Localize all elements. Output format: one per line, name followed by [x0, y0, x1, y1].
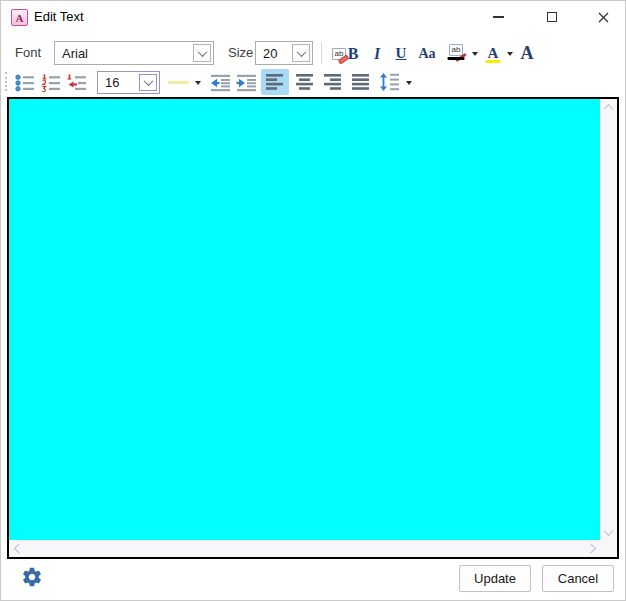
indent-size-combobox[interactable]: 16 — [97, 71, 160, 94]
bold-button[interactable]: B — [341, 42, 365, 65]
chevron-up-icon — [604, 103, 614, 113]
justify-icon — [352, 73, 370, 91]
bullet-list-button[interactable] — [12, 70, 38, 95]
chevron-down-icon — [507, 52, 513, 56]
font-size-combobox[interactable]: 20 — [255, 41, 313, 65]
indent-size-dropdown[interactable] — [139, 74, 157, 91]
align-right-icon — [324, 73, 342, 91]
minimize-icon — [493, 16, 504, 18]
chevron-down-icon — [406, 81, 412, 85]
horizontal-scrollbar[interactable] — [9, 540, 600, 557]
chevron-down-icon — [472, 52, 478, 56]
toolbar-grip[interactable] — [5, 72, 7, 91]
font-dialog-icon: A — [521, 43, 534, 64]
italic-icon: I — [374, 45, 380, 63]
page-title: Edit Text — [34, 1, 84, 33]
font-color-swatch — [486, 60, 501, 63]
maximize-button[interactable] — [536, 1, 568, 33]
vertical-scrollbar[interactable] — [600, 99, 617, 540]
scroll-right-button[interactable] — [584, 540, 600, 557]
highlight-swatch — [448, 57, 465, 60]
line-spacing-icon — [380, 73, 400, 91]
font-color-dropdown[interactable] — [504, 42, 515, 65]
highlight-color-button[interactable]: ab — [443, 40, 469, 66]
increase-indent-icon — [236, 74, 257, 92]
decrease-indent-button[interactable] — [208, 70, 233, 95]
chevron-down-icon — [195, 81, 201, 85]
highlight-color-icon: ab — [447, 44, 465, 62]
chevron-left-icon — [13, 544, 23, 554]
align-center-icon — [296, 73, 314, 91]
font-family-combobox[interactable]: Arial — [54, 41, 214, 65]
close-button[interactable] — [587, 1, 619, 33]
highlight-color-dropdown[interactable] — [469, 42, 480, 65]
scroll-left-button[interactable] — [9, 540, 25, 557]
settings-gear-button[interactable] — [19, 564, 45, 590]
font-color-icon: A — [485, 44, 501, 63]
bullet-list-icon — [15, 74, 35, 92]
line-spacing-button[interactable] — [377, 69, 403, 95]
font-label: Font — [15, 41, 41, 65]
align-center-button[interactable] — [291, 69, 319, 95]
close-icon — [598, 12, 609, 23]
change-case-button[interactable]: Aa — [413, 42, 441, 65]
toolbar-separator — [321, 42, 322, 64]
justify-button[interactable] — [347, 69, 375, 95]
font-color-glyph: A — [488, 45, 499, 61]
minimize-button[interactable] — [482, 1, 514, 33]
chevron-down-icon — [296, 47, 306, 57]
font-size-dropdown[interactable] — [292, 44, 310, 62]
font-dialog-button[interactable]: A — [515, 41, 539, 65]
align-right-button[interactable] — [319, 69, 347, 95]
line-color-swatch — [168, 81, 189, 84]
font-family-dropdown[interactable] — [193, 44, 211, 62]
underline-icon: U — [396, 45, 407, 62]
chevron-right-icon — [586, 544, 596, 554]
font-color-button[interactable]: A — [482, 40, 504, 66]
underline-button[interactable]: U — [389, 42, 413, 65]
list-level-button[interactable] — [64, 70, 90, 95]
edit-text-dialog: A Edit Text Font Arial Size 20 ab — [0, 0, 626, 601]
line-color-dropdown[interactable] — [192, 70, 203, 95]
line-color-button[interactable] — [164, 70, 192, 95]
line-spacing-dropdown[interactable] — [403, 70, 414, 95]
italic-button[interactable]: I — [365, 42, 389, 65]
chevron-down-icon — [197, 47, 207, 57]
list-level-icon — [66, 74, 88, 92]
numbered-list-button[interactable] — [38, 70, 64, 95]
app-icon: A — [11, 9, 28, 26]
chevron-down-icon — [143, 76, 153, 86]
maximize-icon — [547, 12, 557, 22]
app-icon-letter: A — [16, 12, 24, 24]
increase-indent-button[interactable] — [234, 70, 259, 95]
scroll-down-button[interactable] — [600, 524, 617, 540]
decrease-indent-icon — [210, 74, 231, 92]
scrollbar-corner — [600, 540, 617, 557]
text-editor-frame — [7, 97, 619, 559]
highlight-glyph: ab — [452, 45, 461, 54]
align-left-icon — [266, 73, 284, 91]
align-left-button[interactable] — [261, 69, 289, 95]
text-editor-canvas[interactable] — [9, 99, 600, 540]
size-label: Size — [228, 41, 253, 65]
font-size-value: 20 — [263, 42, 277, 64]
numbered-list-icon — [41, 74, 61, 92]
font-family-value: Arial — [62, 42, 88, 64]
update-button[interactable]: Update — [459, 565, 531, 592]
cancel-button[interactable]: Cancel — [542, 565, 614, 592]
highlight-mini-box: ab — [449, 44, 463, 56]
title-bar: A Edit Text — [1, 1, 625, 33]
gear-icon — [21, 566, 43, 588]
bold-icon: B — [348, 45, 359, 63]
change-case-icon: Aa — [418, 46, 435, 62]
scroll-up-button[interactable] — [600, 99, 617, 115]
indent-size-value: 16 — [105, 72, 119, 93]
chevron-down-icon — [604, 526, 614, 536]
